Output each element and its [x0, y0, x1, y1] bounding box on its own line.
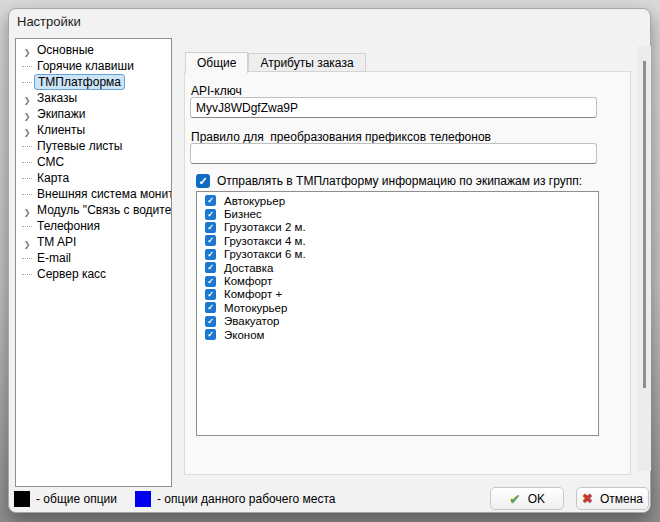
tree-item[interactable]: СМС [20, 154, 171, 170]
cancel-button[interactable]: Отмена [576, 487, 649, 510]
blue-square-icon [135, 491, 151, 507]
tree-item[interactable]: Горячие клавиши [20, 58, 171, 74]
tree-connector [22, 146, 32, 147]
settings-tree[interactable]: Основные Горячие клавиши ТМПлатформа Зак… [15, 38, 172, 487]
tree-connector [22, 162, 32, 163]
vertical-scrollbar[interactable] [637, 46, 651, 471]
checkbox-checked-icon[interactable] [205, 316, 216, 327]
checkbox-checked-icon[interactable] [205, 249, 216, 260]
tree-item[interactable]: Внешняя система мониторинга [20, 186, 171, 202]
tree-item[interactable]: Карта [20, 170, 171, 186]
tree-item[interactable]: Телефония [20, 218, 171, 234]
group-item[interactable]: Эконом [197, 328, 598, 341]
tree-item[interactable]: Модуль "Связь с водителями" [20, 202, 171, 218]
checkbox-checked-icon[interactable] [205, 276, 216, 287]
tree-item[interactable]: Сервер касс [20, 266, 171, 282]
group-item[interactable]: Грузотакси 2 м. [197, 221, 598, 234]
tree-item[interactable]: TM API [20, 234, 171, 250]
group-item[interactable]: Мотокурьер [197, 301, 598, 314]
tree-connector [22, 274, 32, 275]
tree-connector [22, 66, 32, 67]
tree-connector [22, 178, 32, 179]
checkbox-checked-icon[interactable] [205, 209, 216, 220]
tree-connector [22, 226, 32, 227]
group-item[interactable]: Грузотакси 6 м. [197, 248, 598, 261]
checkbox-checked-icon[interactable] [205, 289, 216, 300]
ok-button[interactable]: OK [490, 487, 564, 510]
group-item[interactable]: Бизнес [197, 207, 598, 220]
checkbox-checked-icon[interactable] [205, 222, 216, 233]
tab-general[interactable]: Общие [185, 52, 248, 73]
settings-dialog: Настройки Основные Горячие клавиши ТМПла… [8, 8, 651, 513]
checkbox-checked-icon[interactable] [205, 262, 216, 273]
groups-checklist[interactable]: Автокурьер Бизнес Грузотакси 2 м. Грузот… [196, 191, 599, 436]
checkbox-checked-icon[interactable] [196, 174, 210, 188]
tree-connector [22, 82, 32, 83]
checkbox-checked-icon[interactable] [205, 195, 216, 206]
chevron-right-icon[interactable] [24, 233, 31, 251]
checkbox-checked-icon[interactable] [205, 302, 216, 313]
tab-strip: Общие Атрибуты заказа [185, 51, 366, 72]
tree-item[interactable]: E-mail [20, 250, 171, 266]
tree-item[interactable]: Основные [20, 42, 171, 58]
tree-connector [22, 194, 32, 195]
group-item[interactable]: Доставка [197, 261, 598, 274]
legend-workplace-options: - опции данного рабочего места [135, 490, 335, 507]
tree-item[interactable]: Путевые листы [20, 138, 171, 154]
group-item[interactable]: Автокурьер [197, 194, 598, 207]
send-groups-checkbox-row[interactable]: Отправлять в ТМПлатформу информацию по э… [196, 174, 582, 188]
black-square-icon [14, 491, 30, 507]
api-key-label: API-ключ [191, 84, 242, 98]
checkbox-checked-icon[interactable] [205, 329, 216, 340]
send-groups-label: Отправлять в ТМПлатформу информацию по э… [217, 174, 582, 188]
group-item[interactable]: Комфорт [197, 274, 598, 287]
chevron-right-icon[interactable] [24, 201, 31, 219]
chevron-right-icon[interactable] [24, 41, 31, 59]
prefix-rule-label: Правило для преобразования префиксов тел… [191, 130, 491, 144]
window-title: Настройки [17, 14, 81, 29]
scrollbar-thumb[interactable] [643, 61, 646, 388]
prefix-rule-input[interactable] [190, 143, 597, 164]
check-icon [509, 491, 521, 507]
chevron-right-icon[interactable] [24, 121, 31, 139]
tree-item[interactable]: Заказы [20, 90, 171, 106]
group-item[interactable]: Грузотакси 4 м. [197, 234, 598, 247]
group-item[interactable]: Эвакуатор [197, 315, 598, 328]
checkbox-checked-icon[interactable] [205, 235, 216, 246]
cross-icon [582, 491, 593, 506]
tree-item-selected[interactable]: ТМПлатформа [20, 74, 171, 90]
tree-item[interactable]: Клиенты [20, 122, 171, 138]
tab-order-attributes[interactable]: Атрибуты заказа [248, 53, 365, 72]
tree-connector [22, 258, 32, 259]
group-item[interactable]: Комфорт + [197, 288, 598, 301]
tree-item[interactable]: Экипажи [20, 106, 171, 122]
api-key-input[interactable] [190, 97, 597, 118]
legend-common-options: - общие опции [14, 490, 117, 507]
